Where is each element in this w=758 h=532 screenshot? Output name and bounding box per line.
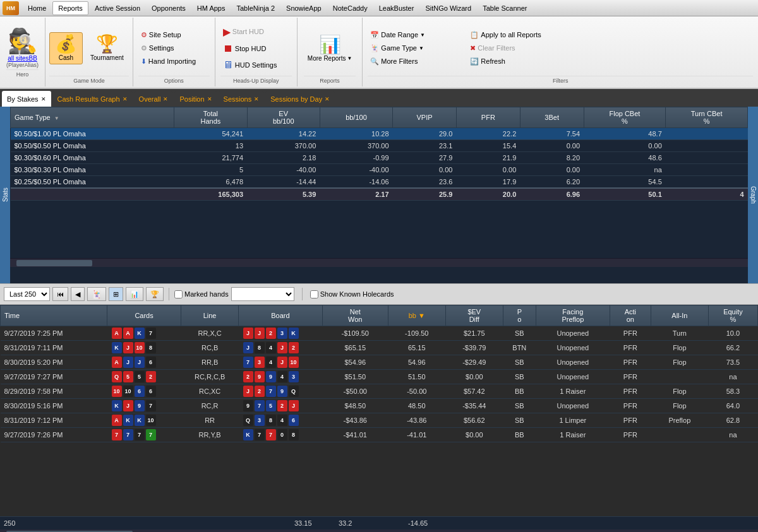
hh-row[interactable]: 8/31/2019 7:12 PM AKK10 RR Q3846 -$43.86… [1, 413, 758, 428]
hh-col-po[interactable]: Po [503, 305, 536, 326]
hh-col-board[interactable]: Board [239, 305, 323, 326]
show-holecards-check[interactable] [310, 290, 318, 299]
hh-col-bb[interactable]: bb ▼ [388, 305, 445, 326]
stats-table-container: Game Type ▼ TotalHands EVbb/100 bb/100 V… [10, 107, 748, 283]
site-setup-button[interactable]: ⚙ Site Setup [138, 30, 210, 40]
col-vpip[interactable]: VPIP [393, 107, 457, 128]
hero-name[interactable]: all sitesBB [8, 55, 37, 62]
hh-col-time[interactable]: Time [1, 305, 107, 326]
hud-settings-button[interactable]: 🖥 HUD Settings [220, 58, 292, 72]
hh-prev-button[interactable]: ◀ [71, 287, 85, 301]
hh-col-allin[interactable]: All-In [651, 305, 708, 326]
last-hands-select[interactable]: Last 250 [4, 287, 50, 301]
start-hud-button[interactable]: ▶ Start HUD [220, 25, 292, 39]
graph-label[interactable]: Graph [748, 107, 758, 283]
col-total-hands[interactable]: TotalHands [174, 107, 247, 128]
nav-hm-apps[interactable]: HM Apps [192, 1, 231, 15]
col-3bet[interactable]: 3Bet [520, 107, 584, 128]
stats-row-4[interactable]: $0.25/$0.50 PL Omaha 6,478 -14.44 -14.06… [11, 176, 748, 189]
stats-row-1[interactable]: $0.50/$0.50 PL Omaha 13 370.00 370.00 23… [11, 140, 748, 152]
tab-overall-close[interactable]: ✕ [163, 96, 168, 102]
tab-by-stakes[interactable]: By Stakes ✕ [2, 91, 51, 107]
tab-sessions-by-day-close[interactable]: ✕ [325, 96, 330, 102]
nav-sitngo[interactable]: SitNGo Wizard [420, 1, 476, 15]
date-range-button[interactable]: 📅 Date Range ▼ [368, 30, 462, 40]
hh-first-button[interactable]: ⏮ [52, 287, 68, 301]
hh-row[interactable]: 9/27/2019 7:26 PM 7777 RR,Y,B K7708 -$41… [1, 428, 758, 442]
hh-row[interactable]: 8/31/2019 7:11 PM KJ108 RC,B J84J2 $65.1… [1, 341, 758, 355]
nav-leakbuster[interactable]: LeakBuster [374, 1, 419, 15]
hh-net-cell: -$43.86 [322, 413, 388, 428]
total-ev-cell: 5.39 [247, 188, 320, 201]
clear-filters-icon: ✖ [470, 44, 476, 52]
stats-horizontal-scroll[interactable] [10, 258, 748, 267]
hh-row[interactable]: 9/27/2019 7:27 PM Q552 RC,R,C,B 29943 $5… [1, 370, 758, 384]
hh-col-action[interactable]: Action [610, 305, 651, 326]
card: J [255, 328, 265, 339]
card: 2 [277, 400, 287, 411]
hh-row[interactable]: 9/27/2019 7:25 PM AAK7 RR,X,C JJ23K -$10… [1, 326, 758, 341]
tab-sessions[interactable]: Sessions ✕ [219, 91, 265, 107]
more-filters-button[interactable]: 🔍 More Filters [368, 56, 462, 67]
hh-row[interactable]: 8/29/2019 7:58 PM 101066 RC,XC J279Q -$5… [1, 384, 758, 399]
tab-position-close[interactable]: ✕ [207, 96, 212, 102]
tab-cash-results-close[interactable]: ✕ [123, 96, 128, 102]
col-pfr[interactable]: PFR [456, 107, 520, 128]
nav-notecaddy[interactable]: NoteCaddy [328, 1, 373, 15]
hh-col-line[interactable]: Line [181, 305, 239, 326]
stop-hud-button[interactable]: ⏹ Stop HUD [220, 42, 292, 56]
hh-col-net-won[interactable]: NetWon [322, 305, 388, 326]
hh-trophy-button[interactable]: 🏆 [146, 287, 164, 301]
nav-reports[interactable]: Reports [52, 1, 88, 15]
clear-filters-button[interactable]: ✖ Clear Filters [467, 43, 543, 54]
tab-by-stakes-close[interactable]: ✕ [41, 96, 46, 102]
tab-position[interactable]: Position ✕ [174, 91, 217, 107]
col-bb100[interactable]: bb/100 [320, 107, 392, 128]
game-type-sort-icon[interactable]: ▼ [54, 115, 59, 121]
stats-row-0[interactable]: $0.50/$1.00 PL Omaha 54,241 14.22 10.28 … [11, 128, 748, 140]
nav-home[interactable]: Home [23, 1, 51, 15]
hands-cell-4: 6,478 [174, 176, 247, 189]
hh-horizontal-scroll[interactable] [0, 529, 758, 532]
tournament-mode-button[interactable]: 🏆 Tournament [85, 33, 129, 64]
nav-tableninja[interactable]: TableNinja 2 [232, 1, 280, 15]
hh-col-facing[interactable]: FacingPreflop [536, 305, 610, 326]
cash-mode-button[interactable]: 💰 Cash [49, 32, 83, 64]
hh-row[interactable]: 8/30/2019 5:20 PM AJJ6 RR,B 734J10 $54.9… [1, 355, 758, 370]
hh-scroll[interactable]: Time Cards Line Board NetWon bb ▼ $EVDif… [0, 305, 758, 516]
hh-grid-button[interactable]: ⊞ [109, 287, 123, 301]
settings-button[interactable]: ⚙ Settings [138, 43, 210, 54]
flop-cell-4: 54.5 [584, 176, 666, 189]
stats-row-3[interactable]: $0.30/$0.30 PL Omaha 5 -40.00 -40.00 0.0… [11, 164, 748, 176]
stats-row-2[interactable]: $0.30/$0.60 PL Omaha 21,774 2.18 -0.99 2… [11, 152, 748, 164]
hh-cards-button[interactable]: 🃏 [87, 287, 106, 301]
hand-importing-button[interactable]: ⬇ Hand Importing [138, 56, 210, 67]
nav-opponents[interactable]: Opponents [147, 1, 191, 15]
col-turn-cbet[interactable]: Turn CBet% [666, 107, 748, 128]
hh-row[interactable]: 8/30/2019 5:16 PM KJ97 RC,R 9752J $48.50… [1, 399, 758, 413]
hh-chart-button[interactable]: 📊 [126, 287, 143, 301]
hh-col-equity[interactable]: Equity% [708, 305, 757, 326]
card: 7 [146, 328, 156, 339]
hh-col-sev-diff[interactable]: $EVDiff [445, 305, 503, 326]
tab-cash-results-graph[interactable]: Cash Results Graph ✕ [52, 91, 133, 107]
hh-col-cards[interactable]: Cards [107, 305, 181, 326]
marked-hands-check[interactable] [174, 290, 183, 299]
col-ev-bb100[interactable]: EVbb/100 [247, 107, 320, 128]
stats-label[interactable]: Stats [0, 107, 10, 283]
apply-all-button[interactable]: 📋 Apply to all Reports [467, 30, 543, 40]
col-game-type[interactable]: Game Type ▼ [11, 107, 174, 128]
nav-active-session[interactable]: Active Session [90, 1, 145, 15]
stats-scroll[interactable]: Game Type ▼ TotalHands EVbb/100 bb/100 V… [10, 107, 748, 258]
refresh-button[interactable]: 🔄 Refresh [467, 56, 543, 67]
tab-overall[interactable]: Overall ✕ [134, 91, 174, 107]
marked-hands-select[interactable] [231, 287, 294, 301]
tab-sessions-close[interactable]: ✕ [254, 96, 259, 102]
nav-table-scanner[interactable]: Table Scanner [478, 1, 532, 15]
game-type-button[interactable]: 🃏 Game Type ▼ [368, 43, 462, 54]
more-reports-button[interactable]: 📊 More Reports ▼ [304, 32, 356, 64]
hh-bb-cell: -109.50 [388, 326, 445, 341]
nav-snowie[interactable]: SnowieApp [281, 1, 327, 15]
col-flop-cbet[interactable]: Flop CBet% [584, 107, 666, 128]
tab-sessions-by-day[interactable]: Sessions by Day ✕ [265, 91, 335, 107]
